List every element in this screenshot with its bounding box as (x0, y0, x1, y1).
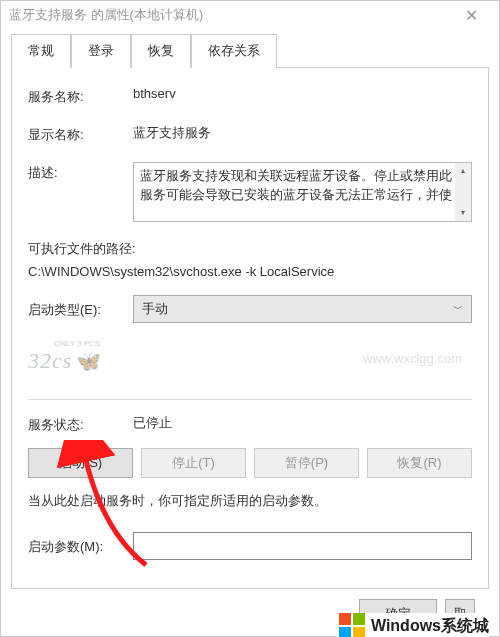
tab-dependencies[interactable]: 依存关系 (191, 34, 277, 68)
watermark-small: ONLY 3 PCS (54, 339, 100, 348)
row-service-status: 服务状态: 已停止 (28, 414, 472, 434)
startup-hint: 当从此处启动服务时，你可指定所适用的启动参数。 (28, 492, 472, 510)
pause-button: 暂停(P) (254, 448, 359, 478)
row-service-name: 服务名称: bthserv (28, 86, 472, 106)
label-display-name: 显示名称: (28, 124, 133, 144)
resume-button: 恢复(R) (367, 448, 472, 478)
stop-button: 停止(T) (141, 448, 246, 478)
watermark-main: 32cs (28, 348, 72, 374)
close-icon: ✕ (465, 6, 478, 25)
value-display-name: 蓝牙支持服务 (133, 124, 472, 142)
content-area: 常规 登录 恢复 依存关系 服务名称: bthserv 显示名称: 蓝牙支持服务… (1, 29, 499, 637)
watermark-url: www.wxclgg.com (363, 351, 462, 366)
close-button[interactable]: ✕ (451, 1, 491, 29)
label-exe-path: 可执行文件的路径: (28, 240, 472, 258)
tab-logon[interactable]: 登录 (71, 34, 131, 68)
row-startup-type: 启动类型(E): 手动 ﹀ (28, 295, 472, 323)
windows-logo-icon (339, 613, 365, 637)
titlebar: 蓝牙支持服务 的属性(本地计算机) ✕ (1, 1, 499, 29)
footer-logo-text: Windows系统城 (371, 616, 489, 637)
row-display-name: 显示名称: 蓝牙支持服务 (28, 124, 472, 144)
description-text: 蓝牙服务支持发现和关联远程蓝牙设备。停止或禁用此服务可能会导致已安装的蓝牙设备无… (140, 168, 452, 202)
description-scrollbar[interactable]: ▴ ▾ (455, 163, 471, 221)
watermark: ONLY 3 PCS 32cs 🦋 www.wxclgg.com (28, 337, 472, 385)
chevron-down-icon: ﹀ (453, 302, 463, 316)
value-service-status: 已停止 (133, 414, 472, 432)
scroll-down-icon[interactable]: ▾ (459, 205, 467, 221)
tab-strip: 常规 登录 恢复 依存关系 (11, 33, 489, 68)
start-params-input[interactable] (133, 532, 472, 560)
exe-path-section: 可执行文件的路径: C:\WINDOWS\system32\svchost.ex… (28, 240, 472, 279)
divider (28, 399, 472, 400)
properties-dialog: 蓝牙支持服务 的属性(本地计算机) ✕ 常规 登录 恢复 依存关系 服务名称: … (0, 0, 500, 637)
label-startup-type: 启动类型(E): (28, 299, 133, 319)
butterfly-icon: 🦋 (76, 349, 101, 373)
label-service-status: 服务状态: (28, 414, 133, 434)
tab-panel-general: 服务名称: bthserv 显示名称: 蓝牙支持服务 描述: 蓝牙服务支持发现和… (11, 68, 489, 589)
service-control-buttons: 启动(S) 停止(T) 暂停(P) 恢复(R) (28, 448, 472, 478)
scroll-up-icon[interactable]: ▴ (459, 163, 467, 179)
label-service-name: 服务名称: (28, 86, 133, 106)
startup-type-select[interactable]: 手动 ﹀ (133, 295, 472, 323)
tab-general[interactable]: 常规 (11, 34, 71, 68)
value-service-name: bthserv (133, 86, 472, 101)
window-title: 蓝牙支持服务 的属性(本地计算机) (9, 6, 203, 24)
description-textbox[interactable]: 蓝牙服务支持发现和关联远程蓝牙设备。停止或禁用此服务可能会导致已安装的蓝牙设备无… (133, 162, 472, 222)
tab-recovery[interactable]: 恢复 (131, 34, 191, 68)
row-description: 描述: 蓝牙服务支持发现和关联远程蓝牙设备。停止或禁用此服务可能会导致已安装的蓝… (28, 162, 472, 222)
dialog-footer: 确定 取 Windows系统城 (11, 589, 489, 637)
startup-type-value: 手动 (142, 300, 168, 318)
value-exe-path: C:\WINDOWS\system32\svchost.exe -k Local… (28, 264, 472, 279)
label-description: 描述: (28, 162, 133, 182)
label-start-params: 启动参数(M): (28, 536, 133, 556)
row-start-params: 启动参数(M): (28, 532, 472, 560)
start-button[interactable]: 启动(S) (28, 448, 133, 478)
footer-logo: Windows系统城 (337, 613, 489, 637)
